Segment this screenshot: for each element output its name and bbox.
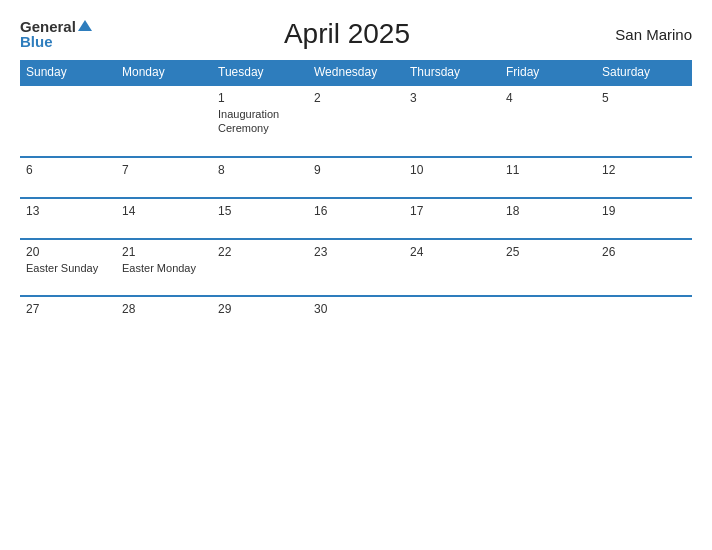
calendar-table: SundayMondayTuesdayWednesdayThursdayFrid… <box>20 60 692 336</box>
calendar-cell <box>500 296 596 336</box>
day-number: 30 <box>314 302 398 316</box>
day-number: 8 <box>218 163 302 177</box>
day-number: 12 <box>602 163 686 177</box>
calendar-cell: 9 <box>308 157 404 198</box>
logo: General Blue <box>20 19 92 49</box>
weekday-header-sunday: Sunday <box>20 60 116 85</box>
day-number: 2 <box>314 91 398 105</box>
day-number: 5 <box>602 91 686 105</box>
day-number: 1 <box>218 91 302 105</box>
day-number: 22 <box>218 245 302 259</box>
calendar-cell: 29 <box>212 296 308 336</box>
logo-triangle-icon <box>78 20 92 31</box>
calendar-cell: 11 <box>500 157 596 198</box>
day-number: 29 <box>218 302 302 316</box>
logo-general-text: General <box>20 19 76 34</box>
day-number: 16 <box>314 204 398 218</box>
calendar-cell: 23 <box>308 239 404 296</box>
calendar-cell <box>404 296 500 336</box>
calendar-cell: 18 <box>500 198 596 239</box>
day-number: 13 <box>26 204 110 218</box>
calendar-cell: 10 <box>404 157 500 198</box>
calendar-cell: 16 <box>308 198 404 239</box>
day-number: 24 <box>410 245 494 259</box>
calendar-cell: 27 <box>20 296 116 336</box>
event-label: Inauguration Ceremony <box>218 107 302 136</box>
day-number: 3 <box>410 91 494 105</box>
header: General Blue April 2025 San Marino <box>20 18 692 50</box>
calendar-cell <box>596 296 692 336</box>
calendar-cell <box>20 85 116 157</box>
day-number: 6 <box>26 163 110 177</box>
calendar-cell: 7 <box>116 157 212 198</box>
day-number: 15 <box>218 204 302 218</box>
calendar-cell: 19 <box>596 198 692 239</box>
day-number: 23 <box>314 245 398 259</box>
logo-blue-text: Blue <box>20 34 92 49</box>
weekday-header-saturday: Saturday <box>596 60 692 85</box>
day-number: 26 <box>602 245 686 259</box>
day-number: 28 <box>122 302 206 316</box>
week-row-3: 13141516171819 <box>20 198 692 239</box>
calendar-cell: 28 <box>116 296 212 336</box>
calendar-cell: 13 <box>20 198 116 239</box>
day-number: 17 <box>410 204 494 218</box>
event-label: Easter Sunday <box>26 261 110 275</box>
day-number: 19 <box>602 204 686 218</box>
week-row-2: 6789101112 <box>20 157 692 198</box>
calendar-cell: 22 <box>212 239 308 296</box>
weekday-header-tuesday: Tuesday <box>212 60 308 85</box>
calendar-cell: 2 <box>308 85 404 157</box>
calendar-cell: 6 <box>20 157 116 198</box>
calendar-cell: 8 <box>212 157 308 198</box>
page: General Blue April 2025 San Marino Sunda… <box>0 0 712 550</box>
calendar-cell: 3 <box>404 85 500 157</box>
calendar-cell: 21Easter Monday <box>116 239 212 296</box>
calendar-title: April 2025 <box>92 18 602 50</box>
calendar-cell: 25 <box>500 239 596 296</box>
day-number: 21 <box>122 245 206 259</box>
calendar-cell: 4 <box>500 85 596 157</box>
calendar-cell: 12 <box>596 157 692 198</box>
day-number: 11 <box>506 163 590 177</box>
day-number: 4 <box>506 91 590 105</box>
calendar-cell: 26 <box>596 239 692 296</box>
calendar-cell: 20Easter Sunday <box>20 239 116 296</box>
calendar-cell: 1Inauguration Ceremony <box>212 85 308 157</box>
day-number: 9 <box>314 163 398 177</box>
weekday-header-wednesday: Wednesday <box>308 60 404 85</box>
weekday-header-row: SundayMondayTuesdayWednesdayThursdayFrid… <box>20 60 692 85</box>
country-label: San Marino <box>602 26 692 43</box>
week-row-1: 1Inauguration Ceremony2345 <box>20 85 692 157</box>
day-number: 20 <box>26 245 110 259</box>
week-row-4: 20Easter Sunday21Easter Monday2223242526 <box>20 239 692 296</box>
calendar-cell: 14 <box>116 198 212 239</box>
weekday-header-thursday: Thursday <box>404 60 500 85</box>
calendar-cell: 24 <box>404 239 500 296</box>
calendar-cell: 15 <box>212 198 308 239</box>
calendar-cell: 30 <box>308 296 404 336</box>
weekday-header-friday: Friday <box>500 60 596 85</box>
calendar-cell <box>116 85 212 157</box>
event-label: Easter Monday <box>122 261 206 275</box>
day-number: 27 <box>26 302 110 316</box>
day-number: 14 <box>122 204 206 218</box>
day-number: 10 <box>410 163 494 177</box>
calendar-cell: 17 <box>404 198 500 239</box>
day-number: 18 <box>506 204 590 218</box>
day-number: 7 <box>122 163 206 177</box>
day-number: 25 <box>506 245 590 259</box>
week-row-5: 27282930 <box>20 296 692 336</box>
weekday-header-monday: Monday <box>116 60 212 85</box>
calendar-cell: 5 <box>596 85 692 157</box>
